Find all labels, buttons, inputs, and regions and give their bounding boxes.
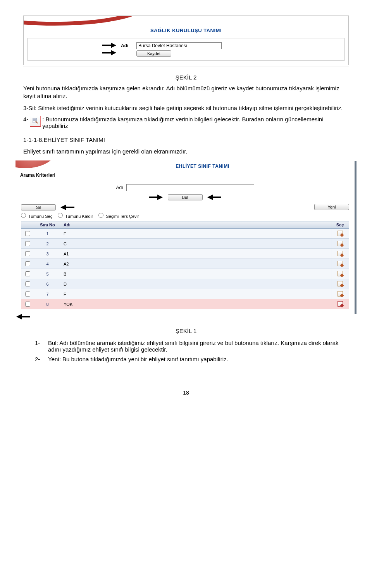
- edit-icon[interactable]: [338, 281, 343, 286]
- cell-sira-no: 5: [34, 269, 61, 279]
- row-checkbox[interactable]: [25, 302, 30, 307]
- label-adi: Adı: [121, 43, 136, 48]
- panel-title: SAĞLIK KURULUŞU TANIMI: [24, 27, 348, 38]
- table-row: 8YOK: [21, 299, 349, 309]
- row-checkbox[interactable]: [25, 251, 30, 256]
- svg-rect-1: [33, 118, 36, 123]
- sil-button[interactable]: Sil: [21, 204, 56, 210]
- cell-sira-no: 7: [34, 289, 61, 299]
- edit-icon[interactable]: [338, 291, 343, 297]
- form-box: Adı Kaydet: [28, 38, 344, 61]
- panel-title-2: EHLİYET SINIF TANIMI: [74, 164, 331, 170]
- th-sira-no: Sıra No: [34, 221, 61, 229]
- cell-sira-no: 4: [34, 259, 61, 269]
- adi-input[interactable]: [136, 42, 222, 49]
- screenshot-ehliyet-sinif: EHLİYET SINIF TANIMI Arama Kriterleri Ad…: [16, 161, 356, 314]
- cell-adi: B: [61, 269, 331, 279]
- cell-adi: C: [61, 239, 331, 249]
- svg-point-0: [24, 16, 144, 24]
- cell-adi: D: [61, 279, 331, 289]
- yeni-button[interactable]: Yeni: [314, 204, 349, 210]
- label-adi-2: Adı: [116, 185, 123, 190]
- paragraph-4: 4- : Butonumuza tıkladığımızda karşımıza…: [23, 116, 349, 129]
- divider: [23, 67, 349, 67]
- row-checkbox[interactable]: [25, 271, 30, 276]
- paragraph-sil: 3-Sil: Silmek istediğimiz verinin kutucu…: [23, 104, 349, 112]
- row-checkbox[interactable]: [25, 231, 30, 236]
- radio-tumunu-sec[interactable]: Tümünü Seç: [21, 213, 52, 219]
- cell-adi: A1: [61, 249, 331, 259]
- para4-text: : Butonumuza tıkladığımızda karşımıza tı…: [42, 116, 349, 129]
- table-row: 7F: [21, 289, 349, 299]
- radio-tumunu-kaldir[interactable]: Tümünü Kaldır: [58, 213, 93, 219]
- edit-icon[interactable]: [338, 271, 343, 276]
- cell-adi: E: [61, 229, 331, 239]
- screenshot-saglik-kurulusu: SAĞLIK KURULUŞU TANIMI Adı Kaydet: [23, 16, 349, 65]
- row-checkbox[interactable]: [25, 281, 30, 286]
- th-sec: Seç: [331, 221, 349, 229]
- row-checkbox[interactable]: [25, 261, 30, 266]
- edit-icon[interactable]: [338, 241, 343, 246]
- arama-kriterleri-label: Arama Kriterleri: [16, 170, 355, 180]
- cell-adi: YOK: [61, 299, 331, 309]
- decorative-red-blob: [16, 160, 74, 170]
- edit-icon[interactable]: [338, 251, 343, 256]
- edit-icon[interactable]: [338, 231, 343, 236]
- radio-ters-cevir[interactable]: Seçimi Ters Çevir: [98, 213, 139, 219]
- table-row: 2C: [21, 239, 349, 249]
- table-row: 1E: [21, 229, 349, 239]
- para4-prefix: 4-: [23, 116, 28, 122]
- edit-document-icon: [30, 116, 41, 127]
- cell-sira-no: 8: [34, 299, 61, 309]
- row-checkbox[interactable]: [25, 241, 30, 246]
- page-number: 18: [23, 390, 349, 396]
- bul-button[interactable]: Bul: [168, 194, 203, 200]
- figure-1-label: ŞEKİL 1: [23, 328, 349, 334]
- arrow-left-icon: [60, 205, 74, 210]
- numbered-list: 1- Bul: Adı bölümüne aramak istediğimiz …: [35, 340, 349, 362]
- list-item: 1- Bul: Adı bölümüne aramak istediğimiz …: [35, 340, 349, 353]
- ehliyet-table: Sıra No Adı Seç 1E2C3A14A25B6D7F8YOK: [21, 221, 349, 309]
- selection-radios: Tümünü Seç Tümünü Kaldır Seçimi Ters Çev…: [16, 212, 355, 221]
- cell-sira-no: 3: [34, 249, 61, 259]
- arrow-right-icon: [102, 50, 117, 55]
- table-row: 6D: [21, 279, 349, 289]
- section-intro: Ehliyet sınıfı tanıtımının yapılması içi…: [23, 148, 349, 155]
- arrow-left-icon: [207, 195, 221, 200]
- row-checkbox[interactable]: [25, 291, 30, 297]
- search-adi-input[interactable]: [126, 184, 254, 191]
- table-row: 4A2: [21, 259, 349, 269]
- cell-sira-no: 1: [34, 229, 61, 239]
- section-heading: 1-1-1-8.EHLİYET SINIF TANIMI: [23, 136, 349, 144]
- list-item-text: Yeni: Bu butona tıkladığımızda yeni bir …: [48, 356, 228, 362]
- th-adi: Adı: [61, 221, 331, 229]
- paragraph-yeni: Yeni butonuna tıkladığımızda karşımıza g…: [23, 84, 349, 100]
- arrow-right-icon: [149, 195, 164, 200]
- decorative-red-arc: [24, 16, 348, 27]
- table-row: 5B: [21, 269, 349, 279]
- arrow-right-icon: [102, 43, 117, 48]
- table-row: 3A1: [21, 249, 349, 259]
- cell-adi: A2: [61, 259, 331, 269]
- th-checkbox: [21, 221, 34, 229]
- list-item: 2- Yeni: Bu butona tıkladığımızda yeni b…: [35, 356, 349, 362]
- cell-sira-no: 6: [34, 279, 61, 289]
- edit-icon[interactable]: [338, 261, 343, 266]
- figure-2-label: ŞEKİL 2: [23, 74, 349, 81]
- list-item-text: Bul: Adı bölümüne aramak istediğimiz ehl…: [48, 340, 349, 353]
- edit-icon[interactable]: [338, 301, 343, 307]
- cell-adi: F: [61, 289, 331, 299]
- arrow-left-icon: [16, 314, 30, 319]
- cell-sira-no: 2: [34, 239, 61, 249]
- kaydet-button[interactable]: Kaydet: [136, 50, 171, 57]
